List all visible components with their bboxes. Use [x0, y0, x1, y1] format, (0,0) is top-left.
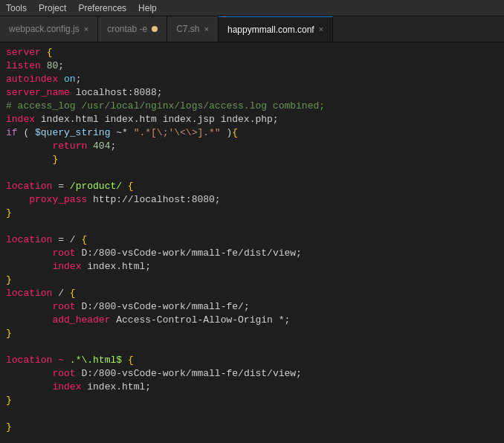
- keyword-add-header: add_header: [52, 314, 110, 326]
- tab-webpack-label: webpack.config.js: [9, 24, 80, 34]
- code-line-24: location ~ .*\.html$ {: [0, 355, 504, 368]
- code-line-17: index index.html;: [0, 261, 504, 274]
- tab-happymmall[interactable]: happymmall.com.conf ×: [219, 16, 333, 42]
- code-line-6: index index.html index.htm index.jsp ind…: [0, 114, 504, 127]
- code-line-21: add_header Access-Control-Allow-Origin *…: [0, 314, 504, 328]
- tab-crontab[interactable]: crontab -e: [98, 16, 167, 42]
- comment-access-log: # access_log /usr/local/nginx/logs/acces…: [6, 100, 325, 111]
- code-line-20: root D:/800-vsCode-work/mmall-fe/;: [0, 301, 504, 314]
- tab-c7sh-close[interactable]: ×: [204, 25, 209, 33]
- keyword-server-name: server_name: [6, 87, 70, 98]
- code-line-27: }: [0, 395, 504, 408]
- code-line-1: server {: [0, 47, 504, 60]
- code-line-19: location / {: [0, 288, 504, 301]
- code-line-23: [0, 341, 504, 355]
- keyword-index-2: index: [52, 261, 81, 272]
- code-line-8: return 404;: [0, 140, 504, 154]
- keyword-location-1: location: [6, 181, 52, 192]
- code-line-22: }: [0, 328, 504, 341]
- code-line-28: [0, 408, 504, 421]
- tab-happymmall-close[interactable]: ×: [319, 25, 323, 33]
- code-line-29: }: [0, 421, 504, 435]
- code-line-13: }: [0, 207, 504, 221]
- tab-webpack[interactable]: webpack.config.js ×: [0, 16, 98, 42]
- keyword-server: server: [6, 47, 41, 58]
- code-line-14: [0, 221, 504, 234]
- keyword-index-3: index: [52, 381, 81, 392]
- code-line-25: root D:/800-vsCode-work/mmall-fe/dist/vi…: [0, 368, 504, 381]
- keyword-listen: listen: [6, 60, 41, 71]
- keyword-proxy-pass: proxy_pass: [29, 194, 87, 205]
- tab-c7sh-label: C7.sh: [176, 24, 199, 34]
- code-line-10: [0, 167, 504, 181]
- keyword-location-2: location: [6, 234, 52, 245]
- code-line-3: autoindex on;: [0, 74, 504, 87]
- code-line-18: }: [0, 274, 504, 288]
- menu-help[interactable]: Help: [138, 3, 157, 13]
- keyword-root-2: root: [52, 301, 75, 312]
- keyword-return: return: [52, 140, 87, 152]
- code-line-15: location = / {: [0, 234, 504, 248]
- code-line-2: listen 80;: [0, 60, 504, 74]
- code-line-7: if ( $query_string ~* ".*[\;'\<\>].*" ){: [0, 127, 504, 140]
- code-line-11: location = /product/ {: [0, 181, 504, 194]
- code-line-12: proxy_pass http://localhost:8080;: [0, 194, 504, 207]
- keyword-location-3: location: [6, 288, 52, 299]
- keyword-root-1: root: [52, 248, 75, 259]
- keyword-if: if: [6, 127, 18, 138]
- menu-preferences[interactable]: Preferences: [78, 3, 126, 13]
- menu-bar: Tools Project Preferences Help: [0, 0, 504, 16]
- keyword-autoindex: autoindex: [6, 74, 58, 85]
- tab-crontab-label: crontab -e: [107, 24, 147, 34]
- tab-c7sh[interactable]: C7.sh ×: [167, 16, 219, 42]
- code-editor[interactable]: server { listen 80; autoindex on; server…: [0, 42, 504, 443]
- menu-project[interactable]: Project: [39, 3, 66, 13]
- tab-bar: webpack.config.js × crontab -e C7.sh × h…: [0, 16, 504, 42]
- keyword-index: index: [6, 114, 35, 125]
- code-line-4: server_name localhost:8088;: [0, 87, 504, 100]
- code-line-16: root D:/800-vsCode-work/mmall-fe/dist/vi…: [0, 248, 504, 261]
- tab-webpack-close[interactable]: ×: [84, 25, 88, 33]
- menu-tools[interactable]: Tools: [6, 3, 27, 13]
- tab-crontab-modified: [152, 26, 158, 32]
- code-line-5: # access_log /usr/local/nginx/logs/acces…: [0, 100, 504, 114]
- keyword-location-4: location: [6, 355, 52, 366]
- tab-happymmall-label: happymmall.com.conf: [227, 25, 314, 35]
- keyword-root-3: root: [52, 368, 75, 379]
- code-line-9: }: [0, 154, 504, 167]
- code-line-26: index index.html;: [0, 381, 504, 395]
